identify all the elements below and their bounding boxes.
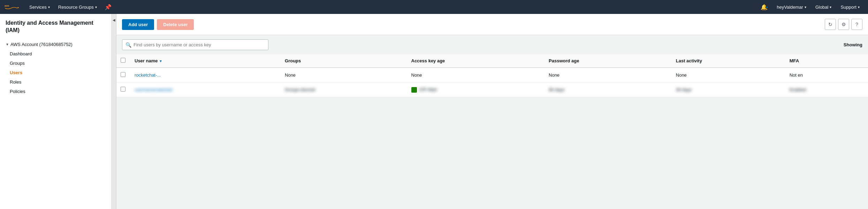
resource-groups-menu[interactable]: Resource Groups ▾ (54, 0, 101, 14)
settings-button[interactable]: ⚙ (838, 19, 849, 30)
header-access-key-age: Access key age (406, 54, 544, 68)
row2-access-key-age: 120 days (406, 83, 544, 97)
nav-right-section: 🔔 heyValdemar ▾ Global ▾ Support ▾ (756, 0, 864, 14)
select-all-checkbox[interactable] (121, 58, 125, 63)
row1-last-activity: None (671, 68, 785, 83)
pin-icon[interactable]: 📌 (101, 4, 115, 10)
row1-username-link[interactable]: rocketchat-... (135, 72, 161, 78)
help-icon: ? (855, 22, 858, 27)
svg-marker-1 (18, 7, 19, 8)
aws-logo[interactable]: aws (4, 2, 20, 12)
services-label: Services (29, 5, 47, 10)
table-row: rocketchat-... None None None None Not e… (116, 68, 868, 83)
settings-icon: ⚙ (842, 22, 846, 27)
users-table-container: User name ▼ Groups Access key age Passwo… (116, 54, 868, 97)
row2-password-value: 90 days (549, 87, 565, 92)
notifications-bell[interactable]: 🔔 (756, 4, 772, 10)
row2-checkbox-cell[interactable] (116, 83, 130, 97)
region-menu[interactable]: Global ▾ (811, 0, 836, 14)
row2-password-age: 90 days (544, 83, 671, 97)
support-label: Support (840, 5, 856, 10)
user-menu[interactable]: heyValdemar ▾ (772, 0, 810, 14)
svg-text:aws: aws (5, 5, 9, 7)
header-access-key-age-label: Access key age (411, 58, 445, 63)
search-input-wrapper: 🔍 (122, 39, 268, 50)
help-button[interactable]: ? (851, 19, 862, 30)
header-mfa-label: MFA (790, 58, 799, 63)
sidebar-item-users[interactable]: Users (0, 68, 111, 77)
sidebar-account[interactable]: ▼ AWS Account (761840685752) (0, 40, 111, 49)
sidebar-item-dashboard-label: Dashboard (10, 51, 32, 56)
row2-groups: Groups blurred (280, 83, 406, 97)
refresh-icon: ↻ (828, 22, 832, 27)
sidebar-title: Identity and Access Management (IAM) (0, 20, 111, 40)
table-header-row: User name ▼ Groups Access key age Passwo… (116, 54, 868, 68)
row2-groups-value: Groups blurred (285, 87, 315, 92)
sidebar-item-groups-label: Groups (10, 61, 25, 66)
account-label: AWS Account (761840685752) (10, 42, 73, 47)
row1-checkbox-cell[interactable] (116, 68, 130, 83)
row2-access-key-badge (411, 87, 417, 93)
user-chevron-icon: ▾ (805, 5, 806, 9)
header-username-label: User name (135, 58, 158, 63)
users-table: User name ▼ Groups Access key age Passwo… (116, 54, 868, 97)
row2-username: usernameredacted (130, 83, 280, 97)
sidebar-item-roles[interactable]: Roles (0, 77, 111, 87)
search-input[interactable] (122, 39, 268, 50)
header-username[interactable]: User name ▼ (130, 54, 280, 68)
sidebar-collapse-handle[interactable]: ◀ (112, 14, 116, 209)
search-icon: 🔍 (125, 42, 131, 48)
sidebar-item-policies-label: Policies (10, 89, 25, 94)
sidebar-item-users-label: Users (10, 70, 22, 75)
row1-groups: None (280, 68, 406, 83)
header-password-age: Password age (544, 54, 671, 68)
sidebar-item-groups[interactable]: Groups (0, 59, 111, 68)
add-user-button[interactable]: Add user (122, 19, 154, 30)
row2-checkbox[interactable] (121, 87, 125, 92)
header-last-activity-label: Last activity (676, 58, 702, 63)
region-label: Global (815, 5, 829, 10)
toolbar: Add user Delete user ↻ ⚙ ? (116, 14, 868, 35)
showing-label: Showing (844, 42, 862, 47)
header-groups-label: Groups (285, 58, 301, 63)
header-groups: Groups (280, 54, 406, 68)
sidebar: Identity and Access Management (IAM) ▼ A… (0, 14, 112, 209)
region-chevron-icon: ▾ (830, 5, 831, 9)
row1-password-age: None (544, 68, 671, 83)
row2-last-activity: 30 days (671, 83, 785, 97)
toolbar-right: ↻ ⚙ ? (825, 19, 862, 30)
header-select-all[interactable] (116, 54, 130, 68)
row1-access-key-age: None (406, 68, 544, 83)
sort-icon: ▼ (159, 59, 162, 63)
support-menu[interactable]: Support ▾ (836, 0, 864, 14)
sidebar-item-policies[interactable]: Policies (0, 87, 111, 96)
row2-username-link[interactable]: usernameredacted (135, 87, 172, 92)
main-content: Add user Delete user ↻ ⚙ ? 🔍 Showing (116, 14, 868, 209)
refresh-button[interactable]: ↻ (825, 19, 836, 30)
resource-groups-chevron-icon: ▾ (95, 5, 97, 9)
row1-checkbox[interactable] (121, 72, 125, 77)
services-chevron-icon: ▾ (48, 5, 50, 9)
main-container: Identity and Access Management (IAM) ▼ A… (0, 14, 868, 209)
sidebar-item-roles-label: Roles (10, 79, 21, 85)
row1-username: rocketchat-... (130, 68, 280, 83)
row1-mfa: Not en (785, 68, 868, 83)
header-last-activity: Last activity (671, 54, 785, 68)
table-row: usernameredacted Groups blurred 120 days… (116, 83, 868, 97)
top-navigation: aws Services ▾ Resource Groups ▾ 📌 🔔 hey… (0, 0, 868, 14)
search-bar: 🔍 Showing (116, 35, 868, 54)
account-arrow-icon: ▼ (6, 42, 9, 46)
notification-dot (766, 6, 768, 9)
header-mfa: MFA (785, 54, 868, 68)
row2-mfa: Enabled (785, 83, 868, 97)
row2-access-key-value: 120 days (419, 87, 437, 92)
user-label: heyValdemar (777, 5, 803, 10)
sidebar-item-dashboard[interactable]: Dashboard (0, 49, 111, 59)
collapse-arrow-icon: ◀ (113, 18, 115, 22)
support-chevron-icon: ▾ (858, 5, 860, 9)
header-password-age-label: Password age (549, 58, 579, 63)
resource-groups-label: Resource Groups (58, 5, 94, 10)
row2-last-activity-value: 30 days (676, 87, 692, 92)
services-menu[interactable]: Services ▾ (25, 0, 54, 14)
delete-user-button[interactable]: Delete user (157, 19, 194, 30)
